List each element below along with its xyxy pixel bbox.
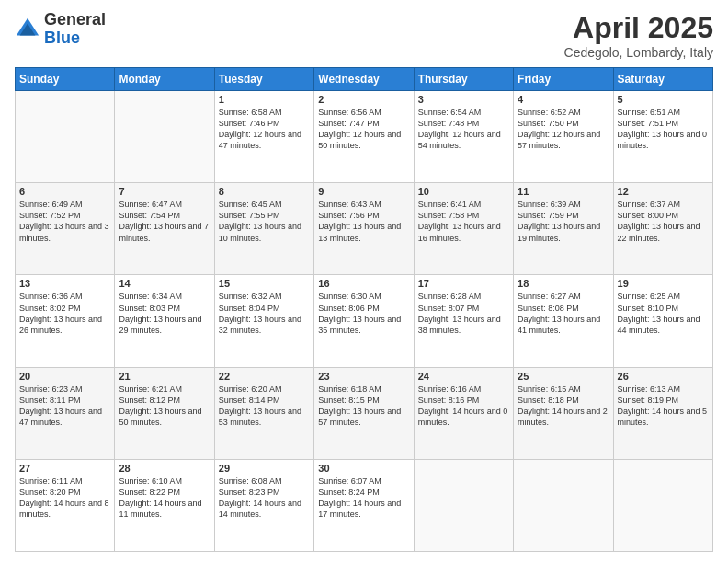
table-row: 22Sunrise: 6:20 AM Sunset: 8:14 PM Dayli… (214, 367, 313, 459)
table-row: 8Sunrise: 6:45 AM Sunset: 7:55 PM Daylig… (214, 183, 313, 275)
header-monday: Monday (115, 68, 214, 91)
cell-info: Sunrise: 6:10 AM Sunset: 8:22 PM Dayligh… (119, 476, 210, 521)
cell-info: Sunrise: 6:15 AM Sunset: 8:18 PM Dayligh… (518, 384, 609, 429)
cell-info: Sunrise: 6:18 AM Sunset: 8:15 PM Dayligh… (318, 384, 409, 429)
cell-info: Sunrise: 6:54 AM Sunset: 7:48 PM Dayligh… (418, 107, 509, 152)
table-row: 12Sunrise: 6:37 AM Sunset: 8:00 PM Dayli… (613, 183, 712, 275)
day-number: 25 (518, 371, 609, 382)
cell-info: Sunrise: 6:45 AM Sunset: 7:55 PM Dayligh… (219, 199, 310, 244)
table-row: 1Sunrise: 6:58 AM Sunset: 7:46 PM Daylig… (214, 91, 313, 183)
table-row: 16Sunrise: 6:30 AM Sunset: 8:06 PM Dayli… (314, 275, 414, 367)
header-friday: Friday (514, 68, 613, 91)
table-row: 21Sunrise: 6:21 AM Sunset: 8:12 PM Dayli… (115, 367, 214, 459)
table-row (613, 459, 712, 551)
table-row: 27Sunrise: 6:11 AM Sunset: 8:20 PM Dayli… (16, 459, 115, 551)
day-number: 4 (518, 94, 609, 105)
day-number: 19 (618, 278, 709, 289)
table-row: 19Sunrise: 6:25 AM Sunset: 8:10 PM Dayli… (613, 275, 712, 367)
cell-info: Sunrise: 6:23 AM Sunset: 8:11 PM Dayligh… (19, 384, 110, 429)
page: General Blue April 2025 Cedegolo, Lombar… (0, 0, 728, 563)
day-number: 11 (518, 186, 609, 197)
day-number: 29 (219, 463, 310, 474)
cell-info: Sunrise: 6:49 AM Sunset: 7:52 PM Dayligh… (19, 199, 110, 244)
table-row: 30Sunrise: 6:07 AM Sunset: 8:24 PM Dayli… (314, 459, 414, 551)
logo: General Blue (15, 11, 106, 48)
table-row: 20Sunrise: 6:23 AM Sunset: 8:11 PM Dayli… (16, 367, 115, 459)
day-number: 2 (318, 94, 409, 105)
calendar-row: 27Sunrise: 6:11 AM Sunset: 8:20 PM Dayli… (16, 459, 713, 551)
calendar-row: 1Sunrise: 6:58 AM Sunset: 7:46 PM Daylig… (16, 91, 713, 183)
table-row: 13Sunrise: 6:36 AM Sunset: 8:02 PM Dayli… (16, 275, 115, 367)
header-tuesday: Tuesday (214, 68, 313, 91)
cell-info: Sunrise: 6:52 AM Sunset: 7:50 PM Dayligh… (518, 107, 609, 152)
cell-info: Sunrise: 6:30 AM Sunset: 8:06 PM Dayligh… (318, 291, 409, 336)
table-row: 28Sunrise: 6:10 AM Sunset: 8:22 PM Dayli… (115, 459, 214, 551)
day-number: 10 (418, 186, 509, 197)
cell-info: Sunrise: 6:32 AM Sunset: 8:04 PM Dayligh… (219, 291, 310, 336)
table-row: 10Sunrise: 6:41 AM Sunset: 7:58 PM Dayli… (414, 183, 513, 275)
day-number: 12 (618, 186, 709, 197)
table-row: 14Sunrise: 6:34 AM Sunset: 8:03 PM Dayli… (115, 275, 214, 367)
table-row: 11Sunrise: 6:39 AM Sunset: 7:59 PM Dayli… (514, 183, 613, 275)
cell-info: Sunrise: 6:36 AM Sunset: 8:02 PM Dayligh… (19, 291, 110, 336)
day-number: 21 (119, 371, 210, 382)
table-row: 26Sunrise: 6:13 AM Sunset: 8:19 PM Dayli… (613, 367, 712, 459)
day-number: 22 (219, 371, 310, 382)
day-number: 14 (119, 278, 210, 289)
table-row: 29Sunrise: 6:08 AM Sunset: 8:23 PM Dayli… (214, 459, 313, 551)
day-number: 8 (219, 186, 310, 197)
day-number: 5 (618, 94, 709, 105)
header-wednesday: Wednesday (314, 68, 414, 91)
table-row: 17Sunrise: 6:28 AM Sunset: 8:07 PM Dayli… (414, 275, 513, 367)
table-row: 18Sunrise: 6:27 AM Sunset: 8:08 PM Dayli… (514, 275, 613, 367)
cell-info: Sunrise: 6:37 AM Sunset: 8:00 PM Dayligh… (618, 199, 709, 244)
cell-info: Sunrise: 6:25 AM Sunset: 8:10 PM Dayligh… (618, 291, 709, 336)
cell-info: Sunrise: 6:39 AM Sunset: 7:59 PM Dayligh… (518, 199, 609, 244)
cell-info: Sunrise: 6:34 AM Sunset: 8:03 PM Dayligh… (119, 291, 210, 336)
table-row: 25Sunrise: 6:15 AM Sunset: 8:18 PM Dayli… (514, 367, 613, 459)
header-saturday: Saturday (613, 68, 712, 91)
cell-info: Sunrise: 6:58 AM Sunset: 7:46 PM Dayligh… (219, 107, 310, 152)
table-row (514, 459, 613, 551)
day-number: 24 (418, 371, 509, 382)
day-number: 9 (318, 186, 409, 197)
table-row: 4Sunrise: 6:52 AM Sunset: 7:50 PM Daylig… (514, 91, 613, 183)
table-row: 7Sunrise: 6:47 AM Sunset: 7:54 PM Daylig… (115, 183, 214, 275)
cell-info: Sunrise: 6:43 AM Sunset: 7:56 PM Dayligh… (318, 199, 409, 244)
table-row: 2Sunrise: 6:56 AM Sunset: 7:47 PM Daylig… (314, 91, 414, 183)
table-row (115, 91, 214, 183)
cell-info: Sunrise: 6:28 AM Sunset: 8:07 PM Dayligh… (418, 291, 509, 336)
title-block: April 2025 Cedegolo, Lombardy, Italy (564, 11, 713, 60)
day-number: 15 (219, 278, 310, 289)
cell-info: Sunrise: 6:41 AM Sunset: 7:58 PM Dayligh… (418, 199, 509, 244)
header: General Blue April 2025 Cedegolo, Lombar… (15, 11, 713, 60)
day-number: 27 (19, 463, 110, 474)
cell-info: Sunrise: 6:13 AM Sunset: 8:19 PM Dayligh… (618, 384, 709, 429)
day-number: 16 (318, 278, 409, 289)
cell-info: Sunrise: 6:47 AM Sunset: 7:54 PM Dayligh… (119, 199, 210, 244)
day-number: 20 (19, 371, 110, 382)
table-row: 5Sunrise: 6:51 AM Sunset: 7:51 PM Daylig… (613, 91, 712, 183)
day-number: 3 (418, 94, 509, 105)
day-number: 1 (219, 94, 310, 105)
cell-info: Sunrise: 6:08 AM Sunset: 8:23 PM Dayligh… (219, 476, 310, 521)
calendar-table: Sunday Monday Tuesday Wednesday Thursday… (15, 67, 713, 552)
day-number: 23 (318, 371, 409, 382)
logo-text: General Blue (44, 11, 106, 48)
day-number: 28 (119, 463, 210, 474)
table-row: 3Sunrise: 6:54 AM Sunset: 7:48 PM Daylig… (414, 91, 513, 183)
table-row: 15Sunrise: 6:32 AM Sunset: 8:04 PM Dayli… (214, 275, 313, 367)
calendar-row: 6Sunrise: 6:49 AM Sunset: 7:52 PM Daylig… (16, 183, 713, 275)
cell-info: Sunrise: 6:51 AM Sunset: 7:51 PM Dayligh… (618, 107, 709, 152)
table-row: 23Sunrise: 6:18 AM Sunset: 8:15 PM Dayli… (314, 367, 414, 459)
month-title: April 2025 (564, 11, 713, 45)
table-row: 9Sunrise: 6:43 AM Sunset: 7:56 PM Daylig… (314, 183, 414, 275)
day-number: 13 (19, 278, 110, 289)
header-thursday: Thursday (414, 68, 513, 91)
day-number: 6 (19, 186, 110, 197)
day-number: 30 (318, 463, 409, 474)
calendar-row: 13Sunrise: 6:36 AM Sunset: 8:02 PM Dayli… (16, 275, 713, 367)
cell-info: Sunrise: 6:16 AM Sunset: 8:16 PM Dayligh… (418, 384, 509, 429)
table-row (16, 91, 115, 183)
cell-info: Sunrise: 6:56 AM Sunset: 7:47 PM Dayligh… (318, 107, 409, 152)
